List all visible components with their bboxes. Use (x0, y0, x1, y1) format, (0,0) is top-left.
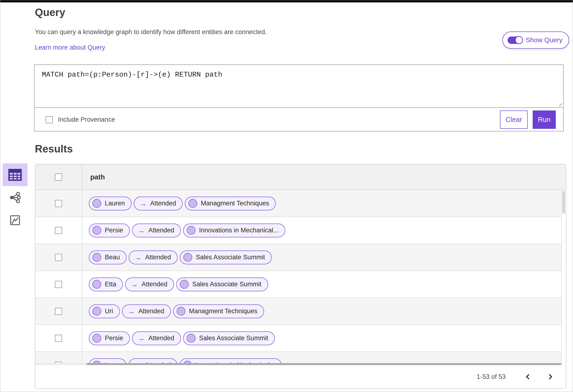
node-icon (92, 199, 101, 208)
vertical-scrollbar-thumb[interactable] (562, 191, 565, 214)
row-path-cell: Persie → Attended Sales Associate Summit (82, 325, 561, 351)
row-checkbox-cell (35, 298, 82, 324)
select-all-checkbox[interactable] (55, 173, 62, 181)
table-row: Uri → Attended Managment Techniques (35, 298, 561, 325)
target-entity-chip[interactable]: Innovations in Mechanical... (179, 358, 282, 363)
chart-view-icon (10, 215, 20, 226)
table-row: Persie → Attended Sales Associate Summit (35, 325, 561, 352)
node-icon (92, 226, 101, 235)
target-entity-chip[interactable]: Sales Associate Summit (183, 331, 275, 345)
row-checkbox-cell (35, 271, 82, 298)
pagination-range-label: 1-53 of 53 (477, 373, 506, 381)
arrow-right-icon: → (138, 335, 145, 342)
query-editor-input[interactable]: MATCH path=(p:Person)-[r]->(e) RETURN pa… (35, 65, 563, 108)
show-query-toggle-button[interactable]: Show Query (502, 32, 569, 49)
row-checkbox[interactable] (55, 227, 62, 234)
chevron-left-icon (524, 373, 532, 381)
query-actions-bar: Include Provenance Clear Run (35, 108, 563, 131)
relation-label: Attended (145, 254, 171, 261)
table-row: Beau → Attended Sales Associate Summit (35, 244, 561, 271)
table-row: Larry → Attended Innovations in Mechanic… (35, 352, 561, 363)
node-icon (183, 361, 192, 363)
next-page-button[interactable] (545, 372, 555, 382)
relation-label: Attended (148, 227, 174, 234)
previous-page-button[interactable] (523, 372, 533, 382)
table-row: Etta → Attended Sales Associate Summit (35, 271, 561, 298)
path-column-header: path (82, 164, 566, 190)
relation-label: Attended (150, 200, 176, 207)
learn-more-link[interactable]: Learn more about Query (35, 44, 105, 51)
node-icon (92, 307, 101, 316)
relation-chip[interactable]: → Attended (129, 251, 178, 264)
row-checkbox-cell (35, 190, 82, 217)
toggle-on-icon[interactable] (508, 36, 522, 44)
target-entity-label: Managment Techniques (201, 200, 269, 207)
row-checkbox[interactable] (55, 254, 62, 261)
horizontal-scrollbar-thumb[interactable] (87, 363, 561, 365)
table-row: Lauren → Attended Managment Techniques (35, 190, 561, 217)
target-entity-chip[interactable]: Managment Techniques (173, 305, 264, 318)
row-checkbox[interactable] (55, 200, 62, 207)
row-path-cell: Lauren → Attended Managment Techniques (82, 190, 561, 217)
source-entity-label: Persie (105, 227, 123, 234)
clear-button[interactable]: Clear (500, 110, 528, 129)
include-provenance-checkbox[interactable] (46, 116, 53, 123)
relation-chip[interactable]: → Attended (132, 223, 181, 238)
results-table-panel: path Lauren → Attended Managment Techniq… (35, 164, 566, 389)
table-header-row: path (35, 164, 566, 190)
source-entity-chip[interactable]: Lauren (89, 197, 132, 210)
source-entity-label: Beau (105, 254, 120, 261)
query-section-title: Query (35, 6, 65, 18)
target-entity-label: Sales Associate Summit (196, 254, 265, 261)
relation-chip[interactable]: → Attended (125, 277, 174, 291)
run-button[interactable]: Run (533, 110, 556, 129)
target-entity-chip[interactable]: Managment Techniques (185, 197, 276, 210)
chart-view-button[interactable] (3, 209, 27, 231)
top-edge-bar (0, 0, 573, 2)
query-editor-panel: MATCH path=(p:Person)-[r]->(e) RETURN pa… (34, 64, 564, 132)
target-entity-chip[interactable]: Sales Associate Summit (176, 277, 268, 291)
target-entity-chip[interactable]: Sales Associate Summit (180, 251, 272, 264)
node-icon (92, 361, 101, 363)
row-path-cell: Beau → Attended Sales Associate Summit (82, 244, 561, 271)
results-view-switcher (3, 163, 27, 231)
relation-label: Attended (142, 281, 167, 288)
source-entity-chip[interactable]: Beau (89, 251, 126, 264)
source-entity-chip[interactable]: Etta (89, 277, 123, 291)
row-path-cell: Larry → Attended Innovations in Mechanic… (82, 352, 561, 363)
relation-chip[interactable]: → Attended (122, 305, 171, 318)
target-entity-chip[interactable]: Innovations in Mechanical... (183, 223, 285, 238)
query-page: Query You can query a knowledge graph to… (0, 0, 573, 392)
target-entity-label: Managment Techniques (189, 307, 257, 315)
relation-label: Attended (145, 361, 171, 363)
source-entity-chip[interactable]: Larry (89, 358, 126, 363)
row-path-cell: Persie → Attended Innovations in Mechani… (82, 217, 561, 244)
source-entity-label: Uri (105, 307, 113, 315)
table-body: Lauren → Attended Managment Techniques P… (35, 190, 561, 363)
relation-chip[interactable]: → Attended (128, 358, 177, 363)
node-icon (92, 280, 101, 289)
row-path-cell: Etta → Attended Sales Associate Summit (82, 271, 561, 298)
target-entity-label: Sales Associate Summit (192, 281, 261, 288)
relation-chip[interactable]: → Attended (134, 197, 183, 210)
node-icon (183, 253, 192, 262)
source-entity-chip[interactable]: Persie (89, 223, 130, 238)
row-checkbox-cell (35, 352, 82, 363)
network-view-button[interactable] (3, 186, 27, 209)
row-checkbox[interactable] (55, 308, 62, 315)
source-entity-label: Lauren (105, 200, 125, 207)
table-view-button[interactable] (3, 163, 27, 186)
vertical-scrollbar (561, 190, 566, 365)
relation-chip[interactable]: → Attended (132, 331, 181, 345)
row-checkbox[interactable] (55, 335, 62, 342)
node-icon (188, 199, 197, 208)
source-entity-chip[interactable]: Uri (89, 305, 120, 318)
arrow-right-icon: → (131, 281, 138, 288)
node-icon (187, 334, 196, 343)
row-path-cell: Uri → Attended Managment Techniques (82, 298, 561, 324)
arrow-right-icon: → (134, 254, 142, 261)
target-entity-label: Innovations in Mechanical... (199, 227, 279, 234)
source-entity-chip[interactable]: Persie (89, 331, 130, 345)
row-checkbox[interactable] (55, 281, 62, 288)
arrow-right-icon: → (138, 227, 145, 234)
